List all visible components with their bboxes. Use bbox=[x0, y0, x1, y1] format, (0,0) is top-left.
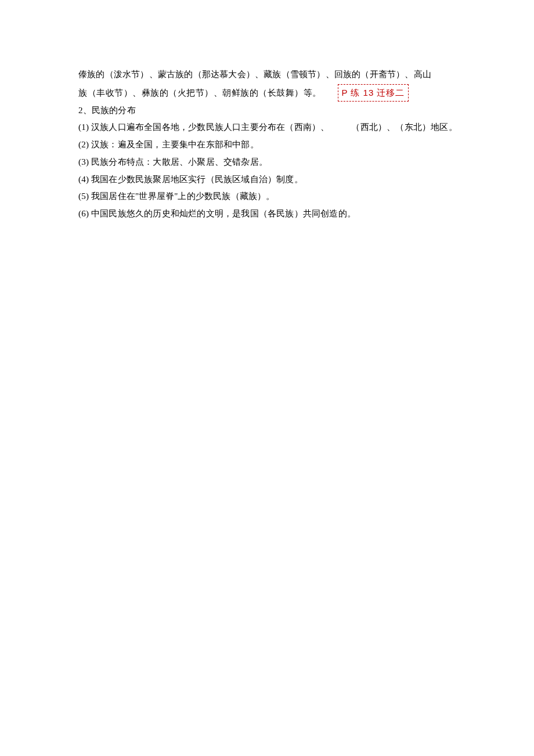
list-item-1-tail: （西北）、（东北）地区。 bbox=[351, 122, 457, 132]
reference-link[interactable]: P 练 13 迁移二 bbox=[338, 84, 409, 102]
list-item-3: (3) 民族分布特点：大散居、小聚居、交错杂居。 bbox=[78, 154, 508, 171]
paragraph-line-2-text: 族（丰收节）、彝族的（火把节）、朝鲜族的（长鼓舞）等。 bbox=[78, 88, 322, 97]
section-heading-2: 2、民族的分布 bbox=[78, 103, 508, 119]
list-item-6: (6) 中国民族悠久的历史和灿烂的文明，是我国（各民族）共同创造的。 bbox=[78, 206, 508, 222]
paragraph-line-2: 族（丰收节）、彝族的（火把节）、朝鲜族的（长鼓舞）等。P 练 13 迁移二 bbox=[78, 84, 508, 102]
reference-link-label: P 练 13 迁移二 bbox=[342, 88, 405, 97]
list-item-2: (2) 汉族：遍及全国，主要集中在东部和中部。 bbox=[78, 137, 508, 153]
list-item-1: (1) 汉族人口遍布全国各地，少数民族人口主要分布在（西南）、（西北）、（东北）… bbox=[78, 120, 508, 136]
document-content: 傣族的（泼水节）、蒙古族的（那达慕大会）、藏族（雪顿节）、回族的（开斋节）、高山… bbox=[78, 67, 508, 222]
list-item-4: (4) 我国在少数民族聚居地区实行（民族区域自治）制度。 bbox=[78, 172, 508, 188]
list-item-5: (5) 我国居住在"世界屋脊"上的少数民族（藏族）。 bbox=[78, 189, 508, 205]
list-item-1-main: (1) 汉族人口遍布全国各地，少数民族人口主要分布在（西南）、 bbox=[78, 122, 329, 132]
paragraph-line-1: 傣族的（泼水节）、蒙古族的（那达慕大会）、藏族（雪顿节）、回族的（开斋节）、高山 bbox=[78, 67, 508, 83]
